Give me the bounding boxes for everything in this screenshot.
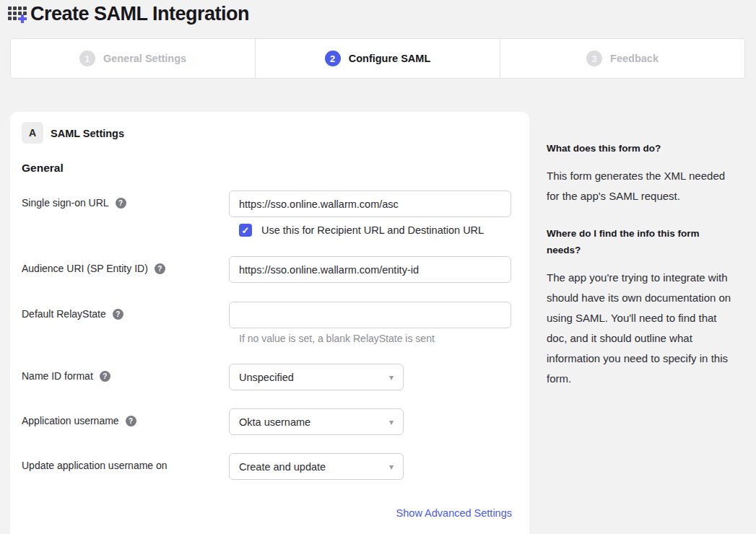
sidebar-body-where: The app you're trying to integrate with …	[547, 268, 733, 389]
recipient-url-checkbox[interactable]: ✓	[239, 224, 252, 237]
relay-state-label: Default RelayState ?	[22, 308, 123, 320]
help-icon[interactable]: ?	[126, 416, 136, 426]
step-label: General Settings	[103, 53, 186, 64]
name-id-format-select[interactable]: Unspecified ▾	[229, 364, 404, 390]
app-grid-add-icon	[6, 2, 29, 25]
field-label-text: Audience URI (SP Entity ID)	[22, 263, 148, 274]
select-value: Create and update	[239, 461, 326, 473]
update-username-select[interactable]: Create and update ▾	[229, 453, 404, 480]
wizard-stepper: 1 General Settings 2 Configure SAML 3 Fe…	[10, 38, 745, 79]
sidebar-heading-what: What does this form do?	[547, 141, 733, 157]
sso-url-input[interactable]	[229, 191, 511, 217]
help-icon[interactable]: ?	[155, 263, 165, 274]
field-label-text: Update application username on	[22, 460, 168, 471]
create-saml-integration-page: Create SAML Integration 1 General Settin…	[0, 0, 756, 534]
help-icon[interactable]: ?	[116, 198, 126, 209]
field-label-text: Application username	[22, 415, 119, 426]
help-sidebar: What does this form do? This form genera…	[547, 141, 733, 408]
saml-settings-card: A SAML Settings General Single sign-on U…	[10, 112, 529, 534]
app-username-label: Application username ?	[22, 415, 136, 426]
select-value: Okta username	[239, 416, 310, 428]
audience-uri-input[interactable]	[229, 256, 511, 283]
help-icon[interactable]: ?	[100, 371, 110, 382]
recipient-url-checkbox-row: ✓ Use this for Recipient URL and Destina…	[239, 224, 484, 237]
field-label-text: Name ID format	[22, 370, 93, 382]
select-value: Unspecified	[239, 372, 294, 383]
general-group-title: General	[22, 162, 64, 175]
sidebar-heading-where: Where do I find the info this form needs…	[547, 226, 733, 258]
step-configure-saml[interactable]: 2 Configure SAML	[256, 39, 500, 78]
name-id-format-label: Name ID format ?	[22, 370, 110, 382]
section-title: SAML Settings	[51, 128, 124, 139]
audience-uri-label: Audience URI (SP Entity ID) ?	[22, 263, 165, 274]
step-label: Configure SAML	[349, 53, 431, 64]
step-general-settings[interactable]: 1 General Settings	[11, 39, 256, 78]
field-label-text: Single sign-on URL	[22, 197, 109, 209]
step-number-badge: 3	[586, 51, 602, 66]
step-number-badge: 2	[325, 51, 341, 66]
chevron-down-icon: ▾	[389, 417, 394, 427]
page-title: Create SAML Integration	[30, 3, 249, 25]
app-username-select[interactable]: Okta username ▾	[229, 408, 404, 435]
sso-url-label: Single sign-on URL ?	[22, 197, 126, 209]
recipient-url-checkbox-label: Use this for Recipient URL and Destinati…	[261, 224, 484, 236]
step-label: Feedback	[610, 53, 659, 64]
relay-state-input[interactable]	[229, 302, 511, 328]
help-icon[interactable]: ?	[113, 309, 123, 320]
section-a-badge: A	[22, 122, 43, 144]
relay-state-hint: If no value is set, a blank RelayState i…	[239, 333, 435, 344]
update-username-label: Update application username on	[22, 460, 168, 471]
page-header: Create SAML Integration	[6, 2, 249, 25]
sidebar-body-what: This form generates the XML needed for t…	[547, 166, 733, 206]
chevron-down-icon: ▾	[389, 462, 394, 472]
show-advanced-settings-link[interactable]: Show Advanced Settings	[396, 507, 512, 519]
chevron-down-icon: ▾	[389, 372, 394, 382]
field-label-text: Default RelayState	[22, 308, 106, 320]
step-number-badge: 1	[79, 51, 95, 66]
step-feedback[interactable]: 3 Feedback	[500, 39, 744, 78]
